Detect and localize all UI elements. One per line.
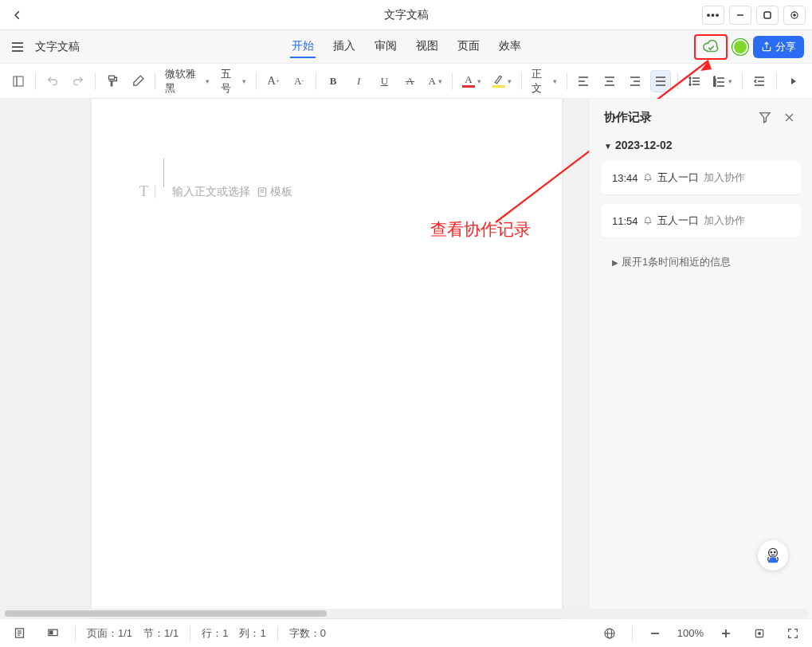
svg-point-44 [771, 551, 772, 553]
svg-point-3 [794, 14, 795, 15]
entry-time: 11:54 [612, 215, 638, 227]
content-area: T 输入正文或选择 模板 查看协作记录 协作记录 ▼2023-12-02 13:… [0, 99, 812, 618]
underline-icon[interactable]: U [374, 70, 394, 92]
entry-action: 加入协作 [704, 171, 745, 185]
font-family-label: 微软雅黑 [165, 67, 203, 96]
history-date-group[interactable]: ▼2023-12-02 [590, 134, 812, 156]
history-entry[interactable]: 13:44 五人一口 加入协作 [601, 161, 801, 194]
close-icon[interactable] [780, 108, 798, 126]
fit-page-icon[interactable] [748, 622, 771, 645]
outline-toggle-icon[interactable] [8, 70, 29, 92]
target-button[interactable] [783, 6, 806, 25]
history-date-label: 2023-12-02 [615, 139, 673, 151]
zoom-out-icon[interactable] [644, 622, 666, 645]
undo-icon[interactable] [42, 70, 63, 92]
document-name[interactable]: 文字文稿 [35, 40, 80, 54]
zoom-level[interactable]: 100% [677, 627, 704, 639]
back-button[interactable] [6, 4, 29, 26]
slide-layout-icon[interactable] [41, 622, 64, 645]
bell-icon [643, 172, 653, 184]
zoom-in-icon[interactable] [715, 622, 737, 645]
svg-point-43 [769, 548, 778, 557]
svg-point-45 [774, 551, 775, 553]
status-row: 行：1 [202, 626, 228, 641]
tab-insert[interactable]: 插入 [331, 36, 357, 58]
share-button-label: 分享 [775, 40, 796, 54]
status-page[interactable]: 页面：1/1 [87, 626, 132, 641]
assistant-float-button[interactable] [758, 540, 788, 571]
font-size-select[interactable]: 五号▾ [218, 65, 249, 98]
svg-marker-34 [791, 78, 796, 84]
tab-page[interactable]: 页面 [456, 36, 481, 58]
fullscreen-icon[interactable] [782, 622, 804, 645]
window-title: 文字文稿 [384, 8, 429, 22]
placeholder-text: 输入正文或选择 [172, 185, 250, 199]
maximize-button[interactable] [756, 6, 779, 25]
minimize-button[interactable] [729, 6, 751, 25]
template-icon[interactable]: 模板 [257, 185, 292, 199]
template-label: 模板 [270, 185, 292, 199]
bold-icon[interactable]: B [323, 70, 343, 92]
status-bar: 页面：1/1 节：1/1 行：1 列：1 字数：0 100% [0, 618, 812, 647]
tab-start[interactable]: 开始 [290, 36, 316, 58]
font-decrease-icon[interactable]: A- [288, 70, 309, 92]
strikethrough-icon[interactable]: A [399, 70, 420, 92]
bell-icon [643, 215, 653, 227]
hamburger-menu-icon[interactable] [8, 37, 27, 57]
toolbar-more-icon[interactable] [783, 70, 804, 92]
tab-view[interactable]: 视图 [414, 36, 440, 58]
entry-time: 13:44 [612, 172, 638, 184]
indent-decrease-icon[interactable] [749, 70, 770, 92]
svg-rect-1 [764, 12, 771, 18]
page-layout-icon[interactable] [8, 622, 30, 645]
expand-more-entries[interactable]: ▶展开1条时间相近的信息 [601, 247, 801, 277]
tab-review[interactable]: 审阅 [373, 36, 398, 58]
entry-action: 加入协作 [704, 214, 745, 228]
entry-user: 五人一口 [657, 214, 699, 228]
more-button[interactable]: ••• [702, 6, 724, 25]
text-icon: T [139, 183, 148, 200]
entry-user: 五人一口 [657, 171, 699, 185]
history-entry[interactable]: 11:54 五人一口 加入协作 [601, 204, 801, 237]
globe-icon[interactable] [598, 622, 621, 645]
italic-icon[interactable]: I [348, 70, 369, 92]
font-family-select[interactable]: 微软雅黑▾ [162, 65, 213, 98]
expand-label: 展开1条时间相近的信息 [622, 256, 731, 268]
font-size-label: 五号 [221, 67, 240, 96]
status-col: 列：1 [239, 626, 265, 641]
redo-icon[interactable] [68, 70, 88, 92]
panel-title: 协作记录 [604, 110, 750, 125]
main-tabs: 开始 插入 审阅 视图 页面 效率 [290, 36, 523, 58]
title-bar: 文字文稿 ••• [0, 0, 812, 30]
status-section[interactable]: 节：1/1 [143, 626, 178, 641]
font-color-select[interactable]: A▾ [459, 72, 484, 90]
status-words[interactable]: 字数：0 [289, 626, 326, 641]
svg-marker-40 [760, 113, 770, 123]
collab-history-panel: 协作记录 ▼2023-12-02 13:44 五人一口 加入协作 11:54 五… [589, 99, 812, 618]
text-effect-select[interactable]: A▾ [426, 73, 445, 90]
font-increase-icon[interactable]: A+ [263, 70, 284, 92]
svg-rect-51 [49, 631, 52, 634]
filter-icon[interactable] [756, 108, 774, 126]
share-button[interactable]: 分享 [753, 36, 804, 58]
format-painter-icon[interactable] [102, 70, 123, 92]
document-placeholder: T 输入正文或选择 模板 [139, 183, 292, 200]
svg-point-59 [759, 632, 761, 634]
horizontal-scrollbar[interactable] [3, 609, 809, 618]
eraser-icon[interactable] [127, 70, 148, 92]
presence-indicator[interactable] [732, 39, 748, 55]
svg-rect-9 [17, 76, 23, 86]
